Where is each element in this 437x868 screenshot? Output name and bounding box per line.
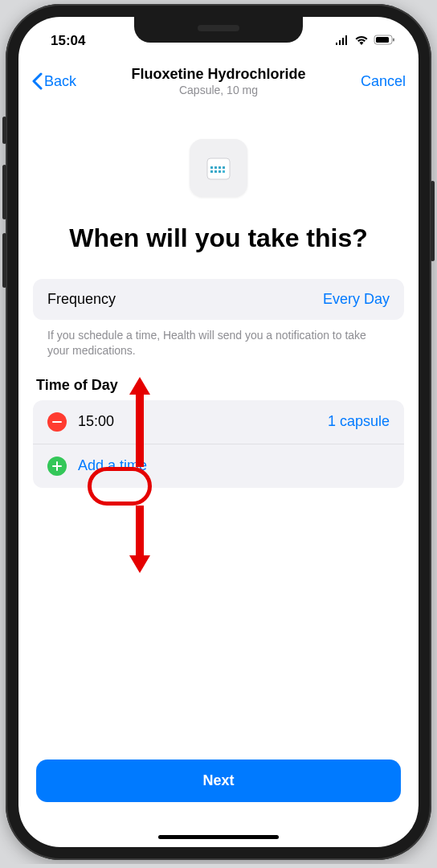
power-button: [431, 181, 435, 261]
calendar-pill-icon: [190, 139, 247, 197]
back-button[interactable]: Back: [31, 72, 96, 90]
svg-rect-2: [393, 39, 394, 42]
svg-rect-10: [218, 170, 221, 173]
time-list: 15:00 1 capsule Add a time: [33, 400, 404, 488]
svg-rect-5: [214, 166, 217, 169]
nav-title: Fluoxetine Hydrochloride: [96, 66, 341, 84]
svg-rect-7: [223, 166, 225, 169]
add-time-row[interactable]: Add a time: [33, 444, 404, 488]
annotation-arrow-down: [126, 506, 153, 578]
svg-rect-6: [218, 166, 221, 169]
dose-value[interactable]: 1 capsule: [328, 413, 390, 430]
frequency-value: Every Day: [323, 291, 390, 308]
chevron-left-icon: [31, 72, 43, 90]
svg-rect-4: [210, 166, 213, 169]
content-area: When will you take this? Frequency Every…: [18, 139, 419, 488]
add-icon[interactable]: [47, 457, 67, 476]
add-time-label: Add a time: [78, 457, 147, 474]
time-row[interactable]: 15:00 1 capsule: [33, 400, 404, 444]
volume-down-button: [2, 233, 6, 288]
frequency-row[interactable]: Frequency Every Day: [33, 279, 404, 320]
help-text: If you schedule a time, Health will send…: [33, 328, 404, 376]
nav-subtitle: Capsule, 10 mg: [96, 84, 341, 96]
next-button[interactable]: Next: [36, 760, 401, 802]
svg-rect-1: [376, 37, 389, 43]
battery-icon: [374, 33, 396, 49]
status-time: 15:04: [51, 33, 85, 49]
cellular-signal-icon: [335, 33, 349, 49]
back-label: Back: [44, 73, 76, 90]
svg-rect-8: [210, 170, 213, 173]
time-section-header: Time of Day: [33, 377, 404, 400]
silence-switch: [2, 117, 6, 144]
cancel-button[interactable]: Cancel: [361, 73, 406, 89]
volume-up-button: [2, 165, 6, 219]
phone-frame: 15:04 Back Fluox: [6, 4, 431, 860]
svg-rect-11: [223, 170, 225, 173]
frequency-label: Frequency: [47, 291, 116, 308]
notch: [134, 17, 303, 43]
svg-rect-9: [214, 170, 217, 173]
page-heading: When will you take this?: [33, 223, 404, 253]
nav-bar: Back Fluoxetine Hydrochloride Capsule, 1…: [18, 55, 419, 107]
phone-screen: 15:04 Back Fluox: [18, 17, 419, 847]
status-right: [335, 33, 396, 49]
home-indicator[interactable]: [158, 835, 279, 839]
wifi-icon: [354, 33, 369, 49]
remove-icon[interactable]: [47, 412, 67, 432]
time-value[interactable]: 15:00: [78, 413, 114, 430]
